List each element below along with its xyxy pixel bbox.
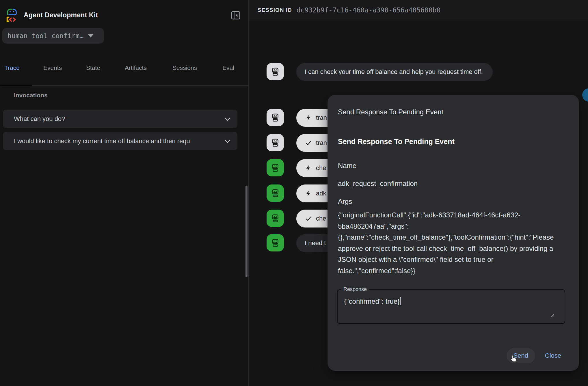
bolt-icon [305,115,312,121]
robot-avatar-icon [267,109,284,126]
close-button[interactable]: Close [544,352,562,359]
dialog-heading: Send Response To Pending Event [338,137,455,146]
invocations-heading: Invocations [14,92,48,99]
robot-avatar-icon [267,234,284,251]
message-text: I need t [305,239,326,247]
text-cursor [400,297,401,305]
chip-label: che [316,215,326,222]
check-icon [305,140,312,146]
robot-avatar-icon [267,210,284,227]
edit-fab-button[interactable] [582,88,588,102]
tab-sessions[interactable]: Sessions [172,64,197,71]
invocation-item[interactable]: I would like to check my current time of… [3,132,237,150]
session-bar: SESSION ID dc932b9f-7c16-460a-a398-656a4… [249,0,588,20]
name-value: adk_request_confirmation [338,180,418,188]
adk-app: Agent Development Kit human_tool_confirm… [0,0,588,386]
pending-event-dialog: Send Response To Pending Event Send Resp… [328,95,579,371]
agent-text-bubble: I can check your time off balance and he… [296,63,493,81]
tab-state[interactable]: State [86,64,100,71]
tab-events[interactable]: Events [43,64,62,71]
chevron-down-icon [225,115,230,121]
robot-avatar-icon [267,159,284,176]
response-field[interactable]: Response {"confirmed": true} [337,286,565,324]
dropdown-caret-icon [88,34,93,38]
collapse-panel-icon[interactable] [231,11,240,20]
tab-bar: Trace Events State Artifacts Sessions Ev… [0,59,248,86]
chip-label: adk [316,190,326,197]
invocation-text: I would like to check my current time of… [14,137,219,145]
chip-label: tran [316,114,327,122]
session-id-value: dc932b9f-7c16-460a-a398-656a485680b0 [297,6,441,14]
args-json: {"originalFunctionCall":{"id":"adk-63371… [338,210,556,276]
robot-avatar-icon [267,63,284,80]
adk-logo-icon [5,8,18,22]
tab-artifacts[interactable]: Artifacts [125,64,147,71]
message-text: I can check your time off balance and he… [305,68,483,76]
agent-selector-value: human_tool_confirm… [8,32,83,40]
dialog-title: Send Response To Pending Event [338,108,443,116]
name-label: Name [338,162,356,170]
session-id-label: SESSION ID [258,7,292,13]
left-panel: Agent Development Kit human_tool_confirm… [0,0,248,386]
app-title: Agent Development Kit [24,11,98,19]
response-field-legend: Response [341,286,369,292]
chevron-down-icon [225,137,230,143]
app-header: Agent Development Kit [5,8,98,23]
chip-label: tran [316,139,327,147]
invocation-text: What can you do? [14,115,219,123]
robot-avatar-icon [267,134,284,151]
cursor-pointer-icon [509,355,518,364]
invocation-item[interactable]: What can you do? [3,110,237,128]
response-text: {"confirmed": true} [344,297,400,305]
args-label: Args [338,197,352,206]
tab-trace[interactable]: Trace [4,64,20,71]
chip-label: che [316,164,326,172]
check-icon [305,215,312,222]
robot-avatar-icon [267,184,284,202]
resize-handle-icon[interactable] [550,313,554,317]
chat-message: I can check your time off balance and he… [267,63,493,81]
response-input-value[interactable]: {"confirmed": true} [344,297,401,305]
bolt-icon [305,165,312,171]
left-panel-scrollbar[interactable] [245,186,248,277]
tab-eval[interactable]: Eval [222,64,234,71]
bolt-icon [305,190,312,197]
agent-selector-dropdown[interactable]: human_tool_confirm… [2,28,104,44]
active-tab-indicator [0,85,32,86]
